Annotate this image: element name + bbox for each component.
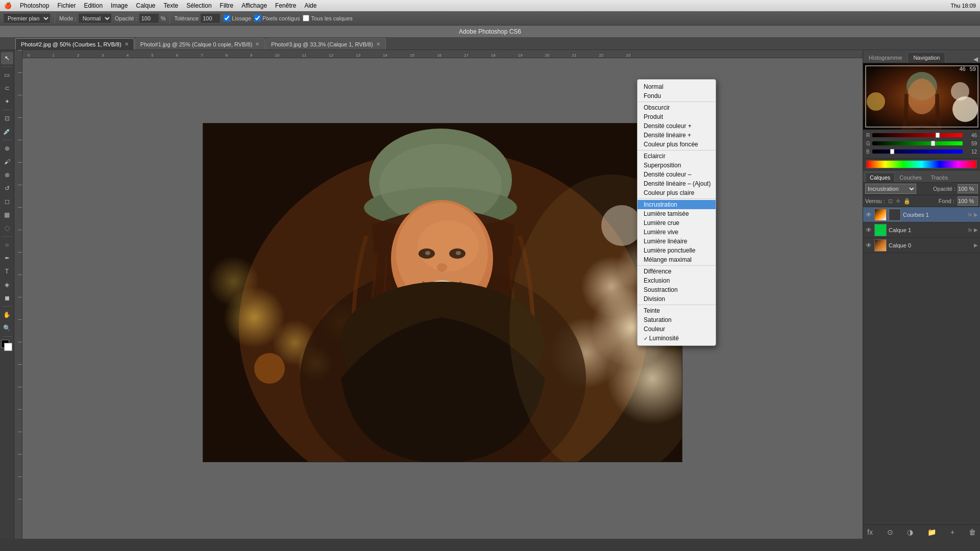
blend-division[interactable]: Division	[638, 294, 716, 304]
blend-soustraction[interactable]: Soustraction	[638, 285, 716, 294]
menu-image[interactable]: Image	[111, 2, 128, 9]
layer-delete-btn[interactable]: 🗑	[969, 528, 976, 536]
menu-texte[interactable]: Texte	[164, 2, 179, 9]
all-layers-checkbox[interactable]: Tous les calques	[303, 15, 352, 21]
blend-lumiere-lineaire[interactable]: Lumière linéaire	[638, 237, 716, 246]
lock-all-icon[interactable]: 🔒	[903, 198, 911, 205]
tab-photo2-close[interactable]: ✕	[125, 41, 129, 47]
rgb-g-track[interactable]	[872, 141, 963, 145]
blend-densite-lineaire-plus[interactable]: Densité linéaire +	[638, 131, 716, 140]
tool-path-select[interactable]: ◈	[1, 279, 13, 291]
tool-hand[interactable]: ✋	[1, 309, 13, 321]
layer-blend-select[interactable]: Incrustration Normal Fondu	[865, 184, 916, 194]
tab-photo1[interactable]: Photo#1.jpg @ 25% (Calque 0 copie, RVB/8…	[135, 38, 265, 49]
menu-edition[interactable]: Edition	[84, 2, 103, 9]
tab-photo3-close[interactable]: ✕	[376, 41, 380, 47]
layer-style-btn[interactable]: fx	[867, 528, 873, 536]
tab-navigation[interactable]: Navigation	[908, 52, 945, 63]
background-swatch[interactable]	[4, 343, 12, 351]
tool-magic-wand[interactable]: ✦	[1, 95, 13, 108]
blend-couleur-plus-foncee[interactable]: Couleur plus foncée	[638, 140, 716, 149]
menu-fenetre[interactable]: Fenêtre	[275, 2, 296, 9]
tab-couches[interactable]: Couches	[895, 172, 926, 182]
tool-brush[interactable]: 🖌	[1, 156, 13, 168]
blend-couleur[interactable]: Couleur	[638, 324, 716, 334]
lock-checkerboard-icon[interactable]: ⊡	[888, 198, 893, 205]
apple-menu[interactable]: 🍎	[4, 2, 12, 9]
layer-new-btn[interactable]: +	[950, 528, 954, 536]
blend-produit[interactable]: Produit	[638, 112, 716, 121]
tool-heal[interactable]: ⊕	[1, 142, 13, 155]
blend-difference[interactable]: Différence	[638, 267, 716, 276]
blend-saturation[interactable]: Saturation	[638, 315, 716, 324]
blend-couleur-plus-claire[interactable]: Couleur plus claire	[638, 188, 716, 197]
tool-blur[interactable]: ◌	[1, 222, 13, 234]
layer-row-calque0[interactable]: 👁 Calque 0 ▶	[863, 238, 980, 253]
preset-selector[interactable]: Premier plan	[3, 13, 51, 23]
menu-selection[interactable]: Sélection	[186, 2, 211, 9]
tool-lasso[interactable]: ⊂	[1, 82, 13, 94]
blend-densite-couleur-plus[interactable]: Densité couleur +	[638, 121, 716, 131]
rgb-b-track[interactable]	[872, 149, 963, 154]
tool-eraser[interactable]: ◻	[1, 195, 13, 208]
menu-fichier[interactable]: Fichier	[57, 2, 76, 9]
blend-incrustration[interactable]: Incrustration	[638, 200, 716, 209]
opacity-input[interactable]	[139, 13, 159, 23]
rgb-g-thumb[interactable]	[931, 141, 935, 146]
tool-stamp[interactable]: ⊗	[1, 169, 13, 181]
rgb-b-thumb[interactable]	[890, 149, 894, 154]
layer-row-courbes[interactable]: 👁 Courbes 1 fx ▶	[863, 207, 980, 222]
menu-filtre[interactable]: Filtre	[220, 2, 234, 9]
preset-dropdown[interactable]: Premier plan	[3, 13, 51, 23]
fond-input[interactable]	[958, 196, 978, 206]
layer-eye-calque0[interactable]: 👁	[865, 242, 872, 249]
blend-lumiere-ponctuelle[interactable]: Lumière ponctuelle	[638, 246, 716, 255]
menu-aide[interactable]: Aide	[304, 2, 316, 9]
layer-icon-courbes[interactable]: ▶	[974, 212, 978, 217]
tool-crop[interactable]: ⊡	[1, 112, 13, 124]
right-panel-collapse[interactable]: ◀	[973, 56, 978, 63]
canvas-image[interactable]	[203, 123, 682, 462]
blend-melange-maximal[interactable]: Mélange maximal	[638, 255, 716, 264]
menu-affichage[interactable]: Affichage	[241, 2, 267, 9]
tool-pen[interactable]: ✒	[1, 252, 13, 264]
blend-lumiere-tamisee[interactable]: Lumière tamisée	[638, 209, 716, 218]
menu-photoshop[interactable]: Photoshop	[20, 2, 49, 9]
layer-eye-courbes[interactable]: 👁	[865, 211, 872, 218]
tab-photo3[interactable]: Photo#3.jpg @ 33,3% (Calque 1, RVB/8) ✕	[265, 38, 385, 49]
layer-opacity-input[interactable]	[958, 184, 978, 193]
layer-icon-calque1[interactable]: ▶	[974, 227, 978, 233]
tool-marquee[interactable]: ▭	[1, 69, 13, 81]
tool-text[interactable]: T	[1, 265, 13, 278]
blend-teinte[interactable]: Teinte	[638, 306, 716, 315]
layer-row-calque1[interactable]: 👁 Calque 1 fx ▶	[863, 222, 980, 238]
tool-move[interactable]: ↖	[1, 52, 13, 64]
layer-mask-btn[interactable]: ⊙	[887, 528, 893, 536]
blend-densite-lineaire-minus[interactable]: Densité linéaire – (Ajout)	[638, 179, 716, 188]
tolerance-input[interactable]	[200, 13, 220, 23]
contiguous-checkbox[interactable]: Pixels contigus	[254, 15, 300, 21]
rgb-r-track[interactable]	[872, 133, 963, 137]
tool-history[interactable]: ↺	[1, 182, 13, 194]
color-spectrum[interactable]	[866, 160, 977, 168]
tool-gradient[interactable]: ▦	[1, 209, 13, 221]
blend-exclusion[interactable]: Exclusion	[638, 276, 716, 285]
layer-eye-calque1[interactable]: 👁	[865, 227, 872, 234]
tool-eyedropper[interactable]: 💉	[1, 126, 13, 138]
blend-superposition[interactable]: Superposition	[638, 161, 716, 170]
blend-fondu[interactable]: Fondu	[638, 91, 716, 101]
blend-luminosite[interactable]: Luminosité	[638, 334, 716, 343]
tool-zoom[interactable]: 🔍	[1, 322, 13, 334]
tool-shape[interactable]: ◼	[1, 292, 13, 304]
blend-obscurcir[interactable]: Obscurcir	[638, 103, 716, 112]
layer-adjustment-btn[interactable]: ◑	[907, 528, 913, 536]
blend-normal[interactable]: Normal	[638, 82, 716, 91]
menu-calque[interactable]: Calque	[136, 2, 155, 9]
tab-calques[interactable]: Calques	[865, 172, 895, 182]
mode-dropdown[interactable]: Normal	[78, 13, 112, 23]
rgb-r-thumb[interactable]	[936, 133, 940, 138]
tab-histogramme[interactable]: Histogramme	[863, 52, 908, 63]
blend-densite-couleur-minus[interactable]: Densité couleur –	[638, 170, 716, 179]
tool-dodge[interactable]: ○	[1, 239, 13, 251]
layer-icon-calque0[interactable]: ▶	[974, 242, 978, 248]
